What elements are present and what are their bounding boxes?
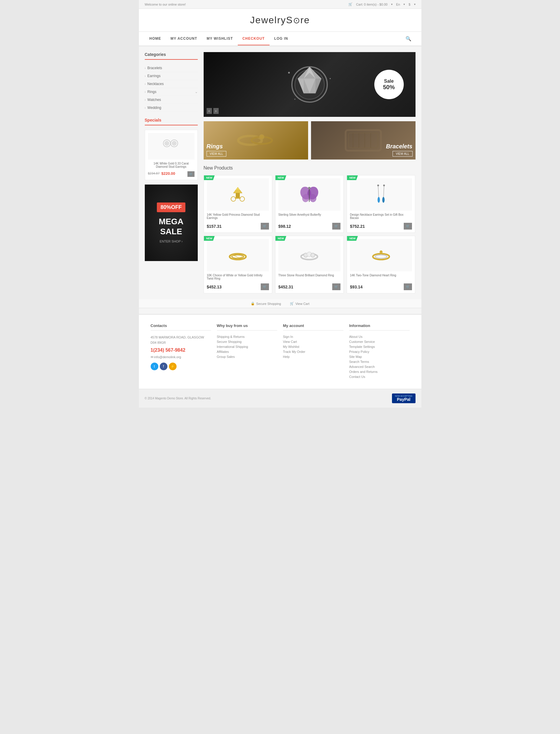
add-to-cart-button[interactable]: 🛒 (261, 223, 269, 230)
cart-info[interactable]: Cart: 0 item(s) - $0.00 (356, 3, 388, 6)
sale-percent: 50% (383, 84, 395, 91)
product-price: $752.21 (350, 224, 365, 229)
view-cart-link[interactable]: 🛒 View Cart (290, 302, 309, 305)
add-to-cart-button[interactable]: 🛒 (404, 223, 412, 230)
add-to-cart-button[interactable]: 🛒 (261, 283, 269, 290)
footer-link-track-order[interactable]: Track My Order (283, 350, 343, 353)
cart-icon: 🛒 (290, 302, 294, 305)
logo[interactable]: JewelryS⊙re (145, 15, 416, 26)
category-earrings[interactable]: › Earrings (145, 72, 198, 80)
footer-link-privacy[interactable]: Privacy Policy (349, 350, 410, 353)
category-arrow: › (145, 74, 146, 78)
sub-banner-bracelets[interactable]: Bracelets VIEW ALL (311, 121, 416, 160)
currency-selector[interactable]: $ (408, 3, 410, 6)
mega-sale-banner[interactable]: 80%OFF MEGASALE ENTER SHOP › (145, 185, 198, 261)
quick-bar: 🔒 Secure Shopping 🛒 View Cart (139, 299, 421, 308)
footer-link-search-terms[interactable]: Search Terms (349, 360, 410, 363)
footer-link-group-sales[interactable]: Group Sales (217, 355, 277, 358)
category-label: Earrings (147, 74, 161, 78)
twitter-icon[interactable]: t (151, 363, 158, 370)
sale-badge: Sale 50% (374, 70, 404, 99)
category-label: Bracelets (147, 66, 162, 70)
category-watches[interactable]: › Watches (145, 96, 198, 104)
svg-point-4 (166, 142, 168, 145)
footer-why-buy: Why buy from us Shipping & Returns Secur… (217, 323, 277, 380)
main-navigation: HOME MY ACCOUNT MY WISHLIST CHECKOUT LOG… (139, 31, 421, 46)
footer-link-orders-returns[interactable]: Orders and Returns (349, 370, 410, 373)
nav-home[interactable]: HOME (145, 32, 166, 45)
facebook-icon[interactable]: f (160, 363, 167, 370)
lang-selector[interactable]: En (396, 3, 400, 6)
price-old: $234.87 (148, 172, 160, 175)
footer-link-contact[interactable]: Contact Us (349, 375, 410, 378)
product-image (278, 239, 340, 271)
footer-link-help[interactable]: Help (283, 355, 343, 358)
product-price: $93.14 (350, 285, 363, 289)
price-new: $220.00 (161, 171, 175, 176)
footer-link-shipping[interactable]: Shipping & Returns (217, 335, 277, 338)
product-card: NEW 14K Yello (204, 175, 272, 233)
category-wedding[interactable]: › Wedding (145, 104, 198, 112)
rings-view-all[interactable]: VIEW ALL (207, 151, 227, 157)
product-card: NEW 10K Choice of White or Yellow Gold I… (204, 236, 272, 293)
svg-point-14 (330, 78, 331, 79)
footer-columns: Contacts 4578 MARMORA ROAD, GLASGOW D04 … (145, 323, 416, 380)
footer-information: Information About Us Customer Service Te… (349, 323, 410, 380)
footer-link-international[interactable]: International Shipping (217, 345, 277, 348)
product-price-row: $93.14 🛒 (350, 283, 412, 290)
secure-shopping-link[interactable]: 🔒 Secure Shopping (251, 302, 281, 305)
product-badge: NEW (347, 175, 358, 180)
category-rings[interactable]: › Rings ⌄ (145, 88, 198, 96)
rings-banner-title: Rings (207, 143, 305, 150)
contact-phone[interactable]: 1(234) 567-9842 (151, 348, 211, 353)
category-arrow: › (145, 106, 146, 109)
footer-link-secure[interactable]: Secure Shopping (217, 340, 277, 343)
cart-dropdown-arrow[interactable]: ▾ (391, 3, 393, 6)
add-to-cart-button[interactable]: 🛒 (187, 171, 195, 177)
search-icon[interactable]: 🔍 (401, 32, 416, 46)
category-bracelets[interactable]: › Bracelets (145, 64, 198, 72)
add-to-cart-button[interactable]: 🛒 (332, 283, 340, 290)
footer-link-about[interactable]: About Us (349, 335, 410, 338)
footer-link-sitemap[interactable]: Site Map (349, 355, 410, 358)
nav-my-account[interactable]: MY ACCOUNT (166, 32, 202, 45)
product-badge: NEW (275, 236, 286, 241)
sub-banner-rings[interactable]: Rings VIEW ALL (204, 121, 308, 160)
banner-prev[interactable]: ‹ (207, 108, 212, 114)
product-badge: NEW (275, 175, 286, 180)
lang-dropdown-arrow[interactable]: ▾ (403, 3, 405, 6)
contact-email: ✉ info@demolink.org (151, 355, 211, 359)
footer-link-sign-in[interactable]: Sign In (283, 335, 343, 338)
category-label: Wedding (147, 106, 161, 110)
product-card: NEW Three Stone Round Brilliant Diamond … (275, 236, 344, 293)
svg-point-15 (294, 99, 295, 100)
paypal-badge-name: PayPal (397, 397, 411, 402)
footer-link-wishlist[interactable]: My Wishlist (283, 345, 343, 348)
currency-dropdown-arrow[interactable]: ▾ (414, 3, 416, 6)
bracelets-view-all[interactable]: VIEW ALL (393, 151, 413, 157)
svg-point-5 (173, 142, 175, 145)
nav-checkout[interactable]: CHECKOUT (238, 32, 270, 45)
enter-shop-link[interactable]: ENTER SHOP › (159, 240, 182, 243)
footer-link-affiliates[interactable]: Affiliates (217, 350, 277, 353)
banner-next[interactable]: › (213, 108, 219, 114)
add-to-cart-button[interactable]: 🛒 (404, 283, 412, 290)
rss-icon[interactable]: ⚡ (169, 363, 177, 370)
category-necklaces[interactable]: › Necklaces (145, 80, 198, 88)
paypal-badge[interactable]: NOW ACCEPTING PayPal (392, 393, 416, 403)
svg-point-43 (383, 185, 385, 186)
footer-link-template[interactable]: Template Settings (349, 345, 410, 348)
nav-my-wishlist[interactable]: MY WISHLIST (202, 32, 237, 45)
product-badge: NEW (347, 236, 358, 241)
product-name: 14K Yellow Gold Princess Diamond Stud Ea… (207, 213, 269, 221)
add-to-cart-button[interactable]: 🛒 (332, 223, 340, 230)
footer-link-customer-service[interactable]: Customer Service (349, 340, 410, 343)
product-image (207, 239, 269, 271)
footer-link-view-cart[interactable]: View Cart (283, 340, 343, 343)
why-buy-title: Why buy from us (217, 323, 277, 331)
nav-log-in[interactable]: LOG IN (270, 32, 293, 45)
svg-point-49 (311, 253, 315, 257)
footer-my-account: My account Sign In View Cart My Wishlist… (283, 323, 343, 380)
svg-point-40 (378, 197, 380, 203)
footer-link-advanced-search[interactable]: Advanced Search (349, 365, 410, 368)
